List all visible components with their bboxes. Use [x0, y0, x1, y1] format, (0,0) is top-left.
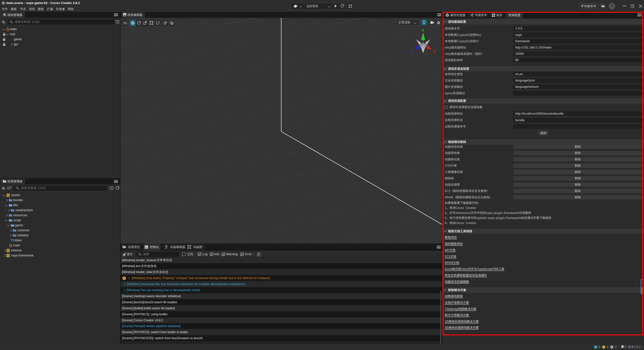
svg-text:Z: Z	[411, 50, 413, 54]
svg-text:X: X	[433, 50, 436, 54]
svg-text:Y: Y	[422, 28, 424, 32]
